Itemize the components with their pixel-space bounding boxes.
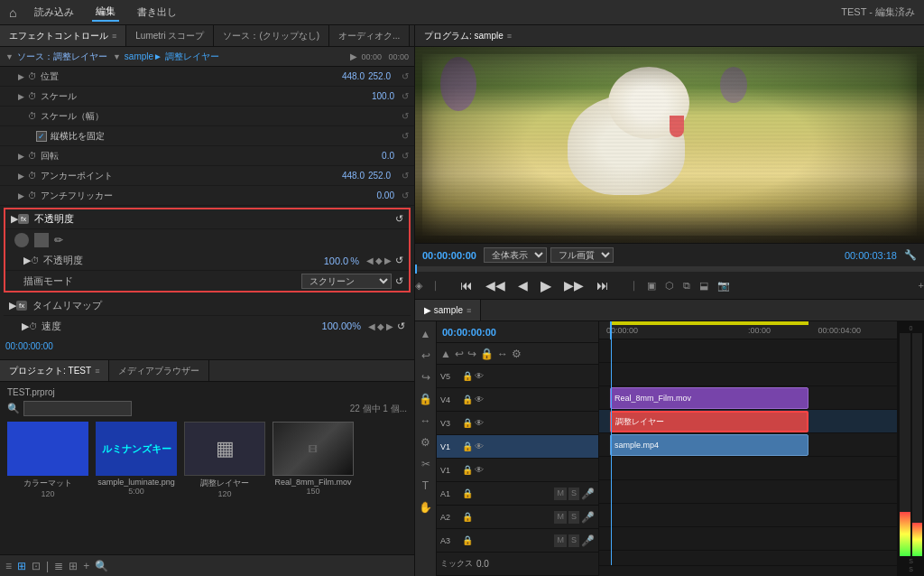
v3-lock-icon[interactable]: 🔒 — [462, 418, 473, 428]
wrench-icon[interactable]: 🔧 — [904, 249, 917, 261]
tl-tool-snap[interactable]: ↩ — [455, 348, 464, 360]
menu-item-edit[interactable]: 編集 — [92, 3, 119, 22]
stopwatch-icon[interactable]: ⏱ — [28, 111, 37, 121]
a1-s-btn[interactable]: S — [568, 488, 579, 500]
stopwatch-icon[interactable]: ⏱ — [28, 190, 37, 200]
play-back-btn[interactable]: ◀ — [514, 276, 531, 294]
reset-icon[interactable]: ↺ — [395, 213, 403, 225]
expand-icon[interactable]: ▶ — [18, 172, 24, 181]
add-btn[interactable]: + — [919, 280, 924, 291]
pen-tool[interactable]: ✏ — [54, 234, 63, 246]
timeline-menu-icon[interactable]: ≡ — [467, 306, 471, 315]
home-icon[interactable]: ⌂ — [9, 5, 16, 20]
in-point-icon[interactable]: ⎸ — [435, 280, 444, 292]
anchor-y[interactable]: 252.0 — [368, 171, 391, 181]
clip-sample[interactable]: sample.mp4 — [610, 434, 808, 456]
out-point-icon[interactable]: ⎹ — [625, 280, 634, 292]
expand-icon[interactable]: ▶ — [9, 300, 16, 311]
luminate-thumb[interactable]: ルミナンズキー — [96, 422, 177, 476]
speed-value[interactable]: 100.00% — [322, 321, 361, 331]
square-tool[interactable] — [34, 233, 49, 247]
reset-icon[interactable]: ↺ — [402, 91, 409, 101]
a2-lock-icon[interactable]: 🔒 — [462, 512, 473, 522]
a3-mic-icon[interactable]: 🎤 — [581, 534, 595, 547]
next-keyframe[interactable]: ▶ — [384, 255, 392, 265]
a2-s-btn[interactable]: S — [568, 511, 579, 524]
v1-vis-icon[interactable]: 👁 — [475, 465, 484, 475]
add-btn[interactable]: ◆ — [377, 321, 384, 331]
clip-real8mm[interactable]: Real_8mm_Film.mov — [610, 387, 808, 409]
expand-icon[interactable]: ▶ — [18, 191, 24, 200]
expand-icon[interactable]: ▶ — [22, 321, 29, 332]
export-frame-icon[interactable]: 📷 — [717, 280, 730, 292]
menu-item-import[interactable]: 読み込み — [31, 4, 78, 21]
tab-program[interactable]: プログラム: sample ≡ — [415, 25, 521, 46]
filter-icon[interactable]: ⊞ — [69, 560, 78, 572]
sort-icon[interactable]: ≣ — [54, 560, 63, 572]
next-btn[interactable]: ▶ — [386, 321, 393, 331]
monitor-menu-icon[interactable]: ≡ — [507, 32, 512, 41]
grid-view-icon[interactable]: ⊞ — [17, 560, 26, 572]
v4-lock-icon[interactable]: 🔒 — [462, 395, 473, 404]
aspect-ratio-checkbox[interactable] — [36, 131, 47, 142]
rotation-value[interactable]: 0.0 — [349, 151, 394, 161]
selection-tool[interactable]: ▲ — [417, 325, 435, 343]
tl-tool-link[interactable]: ↔ — [497, 348, 508, 360]
lock-tool[interactable]: 🔒 — [417, 390, 435, 408]
a3-m-btn[interactable]: M — [554, 534, 567, 547]
blend-mode-select[interactable]: スクリーン — [301, 274, 392, 289]
monitor-playhead[interactable] — [415, 265, 417, 274]
reset-icon[interactable]: ↺ — [402, 190, 409, 200]
a2-m-btn[interactable]: M — [554, 511, 567, 524]
v4-vis-icon[interactable]: 👁 — [475, 395, 484, 404]
play-icon[interactable]: ▶ — [350, 51, 357, 61]
anti-flicker-value[interactable]: 0.00 — [349, 190, 394, 200]
quality-select[interactable]: フル画質 — [550, 247, 614, 263]
stopwatch-icon[interactable]: ⏱ — [28, 71, 37, 81]
tab-project[interactable]: プロジェクト: TEST ≡ — [0, 360, 109, 381]
new-item-icon[interactable]: + — [83, 560, 89, 572]
a3-lock-icon[interactable]: 🔒 — [462, 535, 473, 545]
reset-icon[interactable]: ↺ — [395, 255, 403, 266]
position-y[interactable]: 252.0 — [368, 71, 391, 81]
monitor-progress[interactable] — [415, 266, 924, 272]
v2-vis-icon[interactable]: 👁 — [475, 441, 484, 451]
color-matte-thumb[interactable] — [7, 422, 88, 476]
go-to-start-btn[interactable]: ⏮ — [457, 276, 476, 294]
text-tool[interactable]: T — [417, 477, 435, 495]
search-icon[interactable]: 🔍 — [95, 560, 108, 572]
tab-menu-icon[interactable]: ≡ — [112, 32, 116, 41]
expand-icon[interactable]: ▶ — [18, 72, 24, 81]
extract-icon[interactable]: ⬡ — [665, 280, 674, 292]
freeform-icon[interactable]: ⊡ — [32, 560, 41, 572]
reset-icon[interactable]: ↺ — [395, 275, 403, 287]
opacity-value[interactable]: 100.0 — [324, 255, 349, 266]
a1-m-btn[interactable]: M — [554, 488, 567, 500]
prev-btn[interactable]: ◀ — [368, 321, 375, 331]
reset-icon[interactable]: ↺ — [397, 321, 405, 332]
tl-timecode[interactable]: 00:00:00:00 — [442, 327, 496, 338]
reset-icon[interactable]: ↺ — [402, 111, 409, 121]
expand-icon[interactable]: ▶ — [18, 92, 24, 101]
timecode-left[interactable]: 00:00:00:00 — [422, 250, 476, 261]
stopwatch-icon[interactable]: ⏱ — [28, 171, 37, 181]
tab-menu-icon[interactable]: ≡ — [95, 367, 99, 376]
v5-vis-icon[interactable]: 👁 — [475, 371, 484, 381]
prev-keyframe[interactable]: ◀ — [366, 255, 374, 265]
adjustment-thumb[interactable]: ▦ — [184, 422, 265, 476]
clip-adjustment[interactable]: 調整レイヤー — [610, 411, 808, 432]
add-keyframe[interactable]: ◆ — [375, 255, 383, 265]
undo-tool[interactable]: ↩ — [417, 347, 435, 365]
v5-lock-icon[interactable]: 🔒 — [462, 371, 473, 381]
reset-icon[interactable]: ↺ — [402, 171, 409, 181]
settings-tool[interactable]: ⚙ — [417, 433, 435, 451]
tab-effect-controls[interactable]: エフェクトコントロール ≡ — [0, 25, 126, 46]
stopwatch-icon[interactable]: ⏱ — [28, 91, 37, 101]
expand-icon[interactable]: ▶ — [11, 213, 18, 225]
step-fwd-btn[interactable]: ▶▶ — [560, 276, 587, 294]
scale-value[interactable]: 100.0 — [349, 91, 394, 101]
v2-lock-icon[interactable]: 🔒 — [462, 441, 473, 451]
go-to-end-btn[interactable]: ⏭ — [593, 276, 613, 294]
playhead[interactable] — [610, 321, 612, 339]
v1-lock-icon[interactable]: 🔒 — [462, 465, 473, 475]
